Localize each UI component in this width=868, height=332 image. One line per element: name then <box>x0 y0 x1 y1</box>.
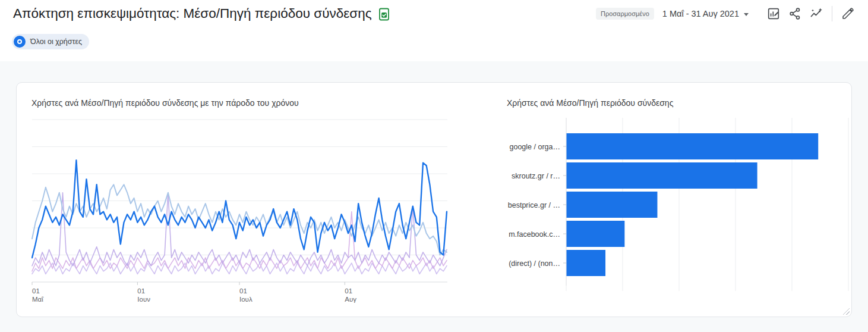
users-over-time-chart-block: Χρήστες ανά Μέσο/Πηγή περιόδου σύνδεσης … <box>31 98 449 309</box>
bar-label: m.facebook.c… <box>509 230 560 239</box>
x-tick-label: 01 <box>239 287 247 295</box>
edit-pencil-icon <box>841 7 855 21</box>
share-button[interactable] <box>784 5 806 23</box>
date-range-badge: Προσαρμοσμένο <box>596 8 654 20</box>
customize-report-button[interactable] <box>763 5 784 23</box>
bar-chart-title: Χρήστες ανά Μέσο/Πηγή περιόδου σύνδεσης <box>507 98 850 108</box>
users-by-source-bar-chart: google / orga…skroutz.gr / r…bestprice.g… <box>507 117 850 295</box>
report-topbar: Απόκτηση επισκεψιμότητας: Μέσο/Πηγή περι… <box>0 0 868 61</box>
share-icon <box>788 7 802 21</box>
bar-label: skroutz.gr / r… <box>512 172 560 180</box>
bar-label: bestprice.gr / … <box>508 201 560 209</box>
edit-button[interactable] <box>837 5 858 23</box>
report-card: Χρήστες ανά Μέσο/Πηγή περιόδου σύνδεσης … <box>16 82 852 317</box>
bar[interactable] <box>567 221 625 247</box>
card-resize-handle[interactable] <box>842 307 850 315</box>
segment-chip-label: Όλοι οι χρήστες <box>30 37 82 46</box>
users-by-source-chart-block: Χρήστες ανά Μέσο/Πηγή περιόδου σύνδεσης … <box>507 98 850 295</box>
title-row: Απόκτηση επισκεψιμότητας: Μέσο/Πηγή περι… <box>13 6 390 21</box>
chevron-down-icon <box>744 13 749 16</box>
segment-chip-all-users[interactable]: Όλοι οι χρήστες <box>12 34 89 49</box>
line-series-4[interactable] <box>32 263 447 274</box>
line-series-0[interactable] <box>32 160 447 258</box>
document-check-icon <box>378 8 390 21</box>
users-over-time-line-chart: 01Μαΐ01Ιουν01Ιουλ01Αυγ <box>31 117 449 309</box>
all-users-icon <box>14 36 26 48</box>
date-range-selector[interactable]: 1 Μαΐ - 31 Αυγ 2021 <box>661 7 750 21</box>
toolbar-divider <box>832 6 832 21</box>
bar-label: google / orga… <box>510 143 560 151</box>
x-tick-label: 01 <box>137 287 145 295</box>
date-range-value: 1 Μαΐ - 31 Αυγ 2021 <box>662 9 739 18</box>
x-tick-label: Ιουν <box>137 296 150 303</box>
x-tick-label: Ιουλ <box>239 296 252 303</box>
x-tick-label: Αυγ <box>345 296 356 303</box>
insights-button[interactable] <box>806 5 827 23</box>
report-toolbar <box>763 5 858 23</box>
topbar-actions: Προσαρμοσμένο 1 Μαΐ - 31 Αυγ 2021 <box>596 5 858 23</box>
x-tick-label: 01 <box>32 287 40 295</box>
customize-report-icon <box>766 7 781 21</box>
x-tick-label: Μαΐ <box>32 296 44 303</box>
insights-icon <box>809 7 823 21</box>
bar[interactable] <box>567 162 757 189</box>
bar[interactable] <box>567 133 819 159</box>
bar[interactable] <box>567 192 658 218</box>
line-chart-title: Χρήστες ανά Μέσο/Πηγή περιόδου σύνδεσης … <box>31 98 449 108</box>
bar[interactable] <box>567 250 606 276</box>
page-title: Απόκτηση επισκεψιμότητας: Μέσο/Πηγή περι… <box>13 6 372 21</box>
bar-label: (direct) / (non… <box>509 259 560 268</box>
x-tick-label: 01 <box>345 287 352 295</box>
line-series-1[interactable] <box>32 184 447 255</box>
